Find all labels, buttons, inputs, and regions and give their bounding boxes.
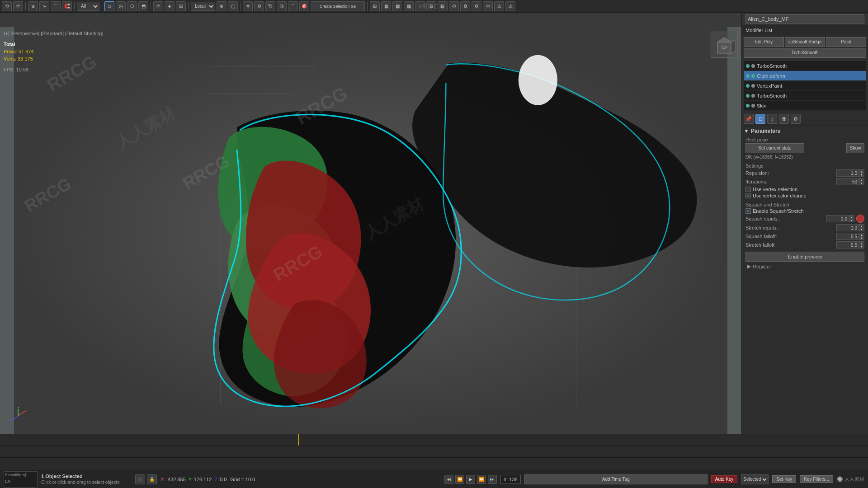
snap-btn[interactable]: 🧲: [62, 1, 72, 11]
coord-dropdown[interactable]: Local: [191, 2, 215, 11]
panel-pin2-btn[interactable]: 📌: [744, 114, 754, 124]
iterations-input[interactable]: [836, 178, 859, 185]
next-frame-btn[interactable]: ⏩: [477, 475, 486, 484]
t2[interactable]: ▦: [381, 1, 391, 11]
s3[interactable]: %: [265, 1, 275, 11]
t12[interactable]: ⚠: [494, 1, 504, 11]
str-rep-spin-down[interactable]: ▼: [859, 228, 864, 231]
s2[interactable]: ⚙: [254, 1, 264, 11]
panel-delete-btn[interactable]: 🗑: [779, 114, 789, 124]
svg-text:TOP: TOP: [721, 46, 728, 49]
repulsion-input[interactable]: [836, 169, 859, 177]
sq-rep-spin-up[interactable]: ▲: [849, 216, 854, 219]
select-circle-btn[interactable]: ◎: [116, 1, 126, 11]
jump-start-btn[interactable]: ⏮: [444, 475, 453, 484]
mod-eye-dot4: [746, 94, 750, 98]
select-region-btn[interactable]: ⬒: [138, 1, 148, 11]
iterations-spinner[interactable]: ▲ ▼: [859, 178, 864, 185]
set-current-state-btn[interactable]: Set current state: [745, 143, 804, 153]
sb-smooth-btn[interactable]: sbSmoothBridge: [785, 37, 825, 47]
link-btn[interactable]: ⊛: [28, 1, 38, 11]
show-btn[interactable]: Show: [846, 143, 864, 153]
t10[interactable]: ⚙: [472, 1, 481, 11]
s4[interactable]: %: [277, 1, 287, 11]
object-name-input[interactable]: [745, 14, 864, 23]
s1[interactable]: ❖: [243, 1, 253, 11]
use-vertex-color-cb[interactable]: ✓: [745, 193, 751, 198]
set-key-btn[interactable]: ◈: [165, 1, 175, 11]
t11[interactable]: ⚙: [483, 1, 493, 11]
stretch-repuls-input[interactable]: [836, 224, 859, 231]
str-rep-spin-up[interactable]: ▲: [859, 225, 864, 228]
pivot-btn[interactable]: ⊕: [217, 1, 226, 11]
set-key-btn[interactable]: Set Key: [772, 475, 796, 483]
mod-clothdeform[interactable]: Cloth deform: [744, 71, 866, 81]
mod-skin[interactable]: Skin: [744, 101, 866, 111]
t13[interactable]: ⚠: [505, 1, 515, 11]
sq-fo-spin-down[interactable]: ▼: [859, 236, 864, 239]
register-row[interactable]: ▶ Register: [745, 262, 864, 271]
stretch-falloff-spinner[interactable]: ▲ ▼: [859, 241, 864, 249]
panel-hier-btn[interactable]: ↕: [767, 114, 777, 124]
viewport-icon-2[interactable]: 🔒: [147, 474, 157, 484]
str-fo-spin-down[interactable]: ▼: [859, 245, 864, 248]
t4[interactable]: ▦: [404, 1, 414, 11]
params-header[interactable]: ▼ Parameters: [744, 128, 866, 134]
panel-modifier-btn[interactable]: ⊟: [755, 114, 765, 124]
rotate-anim-btn[interactable]: ⟳: [153, 1, 163, 11]
arch-btn[interactable]: ⌒: [51, 1, 61, 11]
mod-vertexpaint[interactable]: VertexPaint: [744, 81, 866, 91]
repulsion-spinner[interactable]: ▲ ▼: [859, 169, 864, 177]
push-btn[interactable]: Push: [826, 37, 866, 47]
create-sel-btn[interactable]: Create Selection Se: [311, 1, 365, 11]
turbo-smooth-btn[interactable]: TurboSmooth: [744, 48, 866, 58]
squash-falloff-spinner[interactable]: ▲ ▼: [859, 233, 864, 240]
stretch-repuls-spinner[interactable]: ▲ ▼: [859, 224, 864, 231]
filter-dropdown[interactable]: All: [77, 2, 99, 11]
rep-spin-up[interactable]: ▲: [859, 170, 864, 173]
selected-dropdown[interactable]: Selected: [741, 474, 769, 484]
settings-title: Settings: [745, 163, 864, 169]
nav-cube[interactable]: TOP: [711, 31, 738, 58]
redo-button[interactable]: ⟳: [13, 1, 23, 11]
select-filter-btn[interactable]: ◫: [228, 1, 238, 11]
t8[interactable]: ⚙: [449, 1, 459, 11]
select-rect-btn[interactable]: □: [104, 1, 114, 11]
mod-turbosmooth-1[interactable]: TurboSmooth: [744, 61, 866, 71]
edit-poly-btn[interactable]: Edit Poly: [744, 37, 784, 47]
sq-rep-spin-down[interactable]: ▼: [849, 219, 854, 222]
iter-spin-up[interactable]: ▲: [859, 178, 864, 182]
viewport-label[interactable]: [+] [Perspective] [Standard] [Default Sh…: [4, 31, 103, 36]
add-time-tag-btn[interactable]: Add Time Tag: [524, 474, 708, 484]
panel-settings-btn[interactable]: ⚙: [791, 114, 801, 124]
s6[interactable]: 🎯: [299, 1, 309, 11]
iter-spin-down[interactable]: ▼: [859, 182, 864, 185]
enable-preview-btn[interactable]: Enable preview: [745, 252, 864, 262]
enable-squash-cb[interactable]: ✓: [745, 208, 751, 214]
s5[interactable]: ⌒: [288, 1, 298, 11]
squash-repuls-spinner[interactable]: ▲ ▼: [849, 215, 854, 222]
sq-fo-spin-up[interactable]: ▲: [859, 233, 864, 236]
play-btn[interactable]: ▶: [466, 475, 475, 484]
t3[interactable]: ▦: [392, 1, 402, 11]
curve-btn[interactable]: ∿: [39, 1, 49, 11]
stretch-falloff-input[interactable]: [836, 241, 859, 249]
str-fo-spin-up[interactable]: ▲: [859, 242, 864, 245]
t1[interactable]: ⊞: [370, 1, 380, 11]
key-filters-btn[interactable]: Key Filters...: [800, 475, 833, 483]
viewport-icon-1[interactable]: 🎥: [135, 474, 145, 484]
t9[interactable]: ⚙: [460, 1, 470, 11]
prev-frame-btn[interactable]: ⏪: [455, 475, 464, 484]
undo-button[interactable]: ⟲: [2, 1, 12, 11]
squash-repuls-input[interactable]: [826, 215, 849, 222]
squash-falloff-input[interactable]: [836, 233, 859, 240]
mod-turbosmooth-2[interactable]: TurboSmooth: [744, 91, 866, 101]
playhead[interactable]: [298, 434, 299, 446]
jump-end-btn[interactable]: ⏭: [488, 475, 497, 484]
autokey-btn[interactable]: Auto Key: [711, 475, 738, 483]
use-vertex-sel-cb[interactable]: [745, 187, 751, 192]
rep-spin-down[interactable]: ▼: [859, 173, 864, 176]
mirror-btn[interactable]: ⊟: [176, 1, 186, 11]
select-fence-btn[interactable]: ⬡: [127, 1, 137, 11]
squash-circle-btn[interactable]: [856, 215, 864, 223]
